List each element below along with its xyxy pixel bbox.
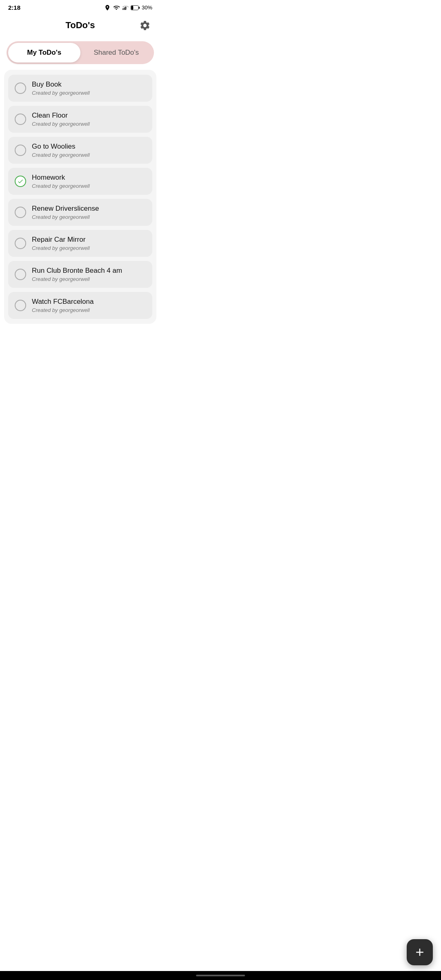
todo-creator: Created by georgeorwell bbox=[32, 214, 99, 220]
battery-level: 30% bbox=[142, 4, 152, 11]
todo-item[interactable]: Buy BookCreated by georgeorwell bbox=[8, 75, 152, 102]
todo-item[interactable]: Clean FloorCreated by georgeorwell bbox=[8, 106, 152, 133]
todo-creator: Created by georgeorwell bbox=[32, 152, 90, 158]
page-title: ToDo's bbox=[65, 20, 95, 31]
todo-checkbox[interactable] bbox=[15, 207, 26, 218]
svg-rect-2 bbox=[125, 7, 126, 10]
todo-title: Watch FCBarcelona bbox=[32, 298, 94, 306]
signal-icon bbox=[122, 4, 129, 11]
status-time: 2:18 bbox=[8, 4, 20, 11]
todo-list: Buy BookCreated by georgeorwellClean Flo… bbox=[4, 70, 156, 324]
gear-icon bbox=[139, 20, 151, 31]
todo-checkbox[interactable] bbox=[15, 300, 26, 311]
svg-rect-4 bbox=[138, 7, 140, 9]
wifi-icon bbox=[113, 4, 120, 11]
todo-item[interactable]: Go to WooliesCreated by georgeorwell bbox=[8, 137, 152, 164]
todo-title: Repair Car Mirror bbox=[32, 236, 90, 244]
todo-checkbox[interactable] bbox=[15, 269, 26, 280]
todo-title: Go to Woolies bbox=[32, 143, 90, 151]
svg-rect-5 bbox=[131, 6, 133, 9]
todo-title: Homework bbox=[32, 174, 90, 182]
todo-checkbox[interactable] bbox=[15, 176, 26, 187]
todo-checkbox[interactable] bbox=[15, 145, 26, 156]
todo-checkbox[interactable] bbox=[15, 114, 26, 125]
battery-icon bbox=[131, 5, 140, 11]
todo-creator: Created by georgeorwell bbox=[32, 245, 90, 251]
status-bar: 2:18 30% bbox=[0, 0, 160, 14]
todo-item[interactable]: Run Club Bronte Beach 4 amCreated by geo… bbox=[8, 261, 152, 288]
todo-creator: Created by georgeorwell bbox=[32, 90, 90, 96]
todo-checkbox[interactable] bbox=[15, 82, 26, 94]
todo-checkbox[interactable] bbox=[15, 238, 26, 249]
todo-title: Renew Driverslicense bbox=[32, 205, 99, 213]
todo-item[interactable]: Repair Car MirrorCreated by georgeorwell bbox=[8, 230, 152, 257]
tab-my-todos[interactable]: My ToDo's bbox=[8, 43, 80, 62]
todo-creator: Created by georgeorwell bbox=[32, 183, 90, 189]
todo-title: Run Club Bronte Beach 4 am bbox=[32, 267, 122, 275]
settings-button[interactable] bbox=[138, 18, 152, 34]
todo-creator: Created by georgeorwell bbox=[32, 121, 90, 127]
svg-rect-1 bbox=[124, 7, 125, 10]
todo-item[interactable]: Watch FCBarcelonaCreated by georgeorwell bbox=[8, 292, 152, 319]
status-icons: 30% bbox=[104, 4, 152, 11]
svg-rect-0 bbox=[122, 8, 123, 10]
todo-item[interactable]: HomeworkCreated by georgeorwell bbox=[8, 168, 152, 195]
todo-creator: Created by georgeorwell bbox=[32, 307, 94, 313]
todo-title: Clean Floor bbox=[32, 111, 90, 120]
tab-shared-todos[interactable]: Shared ToDo's bbox=[80, 43, 153, 62]
location-icon bbox=[104, 4, 111, 11]
app-header: ToDo's bbox=[0, 14, 160, 38]
tab-bar: My ToDo's Shared ToDo's bbox=[7, 41, 154, 64]
todo-item[interactable]: Renew DriverslicenseCreated by georgeorw… bbox=[8, 199, 152, 226]
todo-creator: Created by georgeorwell bbox=[32, 276, 122, 282]
todo-title: Buy Book bbox=[32, 80, 90, 89]
